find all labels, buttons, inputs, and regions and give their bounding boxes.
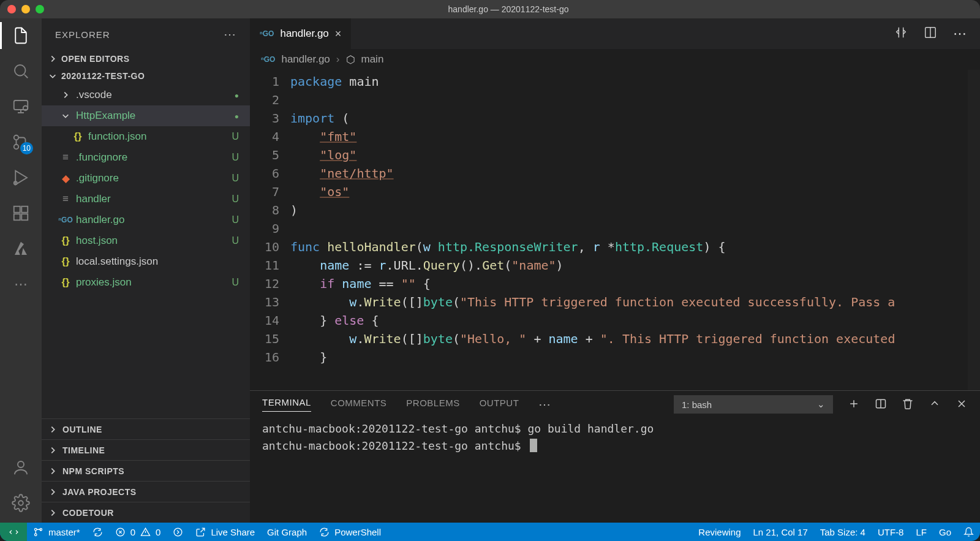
reviewing-status[interactable]: Reviewing	[692, 527, 747, 537]
svg-point-0	[15, 65, 26, 76]
svg-rect-10	[21, 214, 28, 220]
tab-size[interactable]: Tab Size: 4	[814, 527, 872, 537]
status-bar: master* 0 0 Live Share Git Graph PowerSh…	[0, 523, 980, 541]
trash-icon[interactable]	[902, 398, 914, 412]
tree-item[interactable]: .vscode	[42, 85, 250, 105]
code-editor[interactable]: 12345678910111213141516 package main imp…	[250, 70, 980, 390]
svg-point-12	[18, 501, 23, 505]
tree-item-label: local.settings.json	[76, 255, 239, 268]
editor-tabs: ⁿGO handler.go × ⋯	[250, 18, 980, 49]
chevron-down-icon: ⌄	[817, 399, 825, 410]
port-forward-icon[interactable]	[167, 523, 189, 541]
tree-item[interactable]: {} local.settings.json	[42, 251, 250, 272]
git-graph[interactable]: Git Graph	[261, 523, 313, 541]
powershell[interactable]: PowerShell	[313, 523, 387, 541]
tree-item[interactable]: ≡ .funcignoreU	[42, 147, 250, 168]
folder-section[interactable]: 20201122-TEST-GO	[42, 67, 250, 85]
window-close-button[interactable]	[7, 5, 16, 13]
panel-tab[interactable]: PROBLEMS	[406, 398, 459, 412]
scm-icon[interactable]: 10	[10, 131, 32, 153]
sidebar-section[interactable]: TIMELINE	[42, 439, 250, 460]
settings-gear-icon[interactable]	[10, 492, 32, 514]
remote-indicator[interactable]	[0, 523, 27, 541]
panel-up-icon[interactable]	[929, 398, 941, 412]
tree-item-label: .gitignore	[76, 172, 232, 184]
file-icon	[59, 90, 72, 100]
file-icon: {}	[59, 276, 72, 289]
new-terminal-icon[interactable]	[848, 398, 860, 412]
close-icon[interactable]: ×	[335, 28, 342, 40]
tree-item-label: proxies.json	[76, 276, 232, 289]
file-icon: ≡	[59, 193, 72, 205]
file-icon: {}	[71, 131, 85, 143]
panel-tab[interactable]: OUTPUT	[480, 398, 519, 412]
live-share[interactable]: Live Share	[189, 523, 261, 541]
eol[interactable]: LF	[910, 527, 933, 537]
window-max-button[interactable]	[36, 5, 44, 13]
more-icon[interactable]: ⋯	[10, 273, 32, 295]
split-terminal-icon[interactable]	[875, 398, 887, 412]
tab-handler-go[interactable]: ⁿGO handler.go ×	[250, 18, 352, 49]
panel-tab[interactable]: COMMENTS	[331, 398, 387, 412]
go-file-icon: ⁿGO	[261, 55, 275, 64]
tree-item[interactable]: {} host.jsonU	[42, 230, 250, 251]
minimap[interactable]	[968, 70, 980, 390]
open-editors-section[interactable]: OPEN EDITORS	[42, 50, 250, 67]
file-icon: ⁿGO	[59, 216, 72, 224]
file-icon: {}	[59, 235, 72, 247]
sync-icon[interactable]	[86, 523, 109, 541]
svg-point-11	[18, 461, 24, 467]
terminal-selector[interactable]: 1: bash ⌄	[674, 395, 833, 414]
extensions-icon[interactable]	[10, 202, 32, 224]
sidebar-section[interactable]: JAVA PROJECTS	[42, 481, 250, 502]
sidebar-section[interactable]: OUTLINE	[42, 418, 250, 439]
scm-badge: 10	[20, 142, 33, 154]
explorer-sidebar: EXPLORER ⋯ OPEN EDITORS 20201122-TEST-GO…	[42, 18, 250, 523]
compare-icon[interactable]	[894, 26, 908, 42]
chevron-right-icon	[48, 425, 58, 434]
svg-point-16	[34, 533, 37, 535]
git-branch[interactable]: master*	[27, 523, 86, 541]
cursor-position[interactable]: Ln 21, Col 17	[747, 527, 814, 537]
tree-item-label: .funcignore	[76, 151, 232, 164]
split-icon[interactable]	[924, 26, 937, 42]
sidebar-section[interactable]: NPM SCRIPTS	[42, 460, 250, 481]
tree-item-label: function.json	[88, 131, 232, 143]
feedback-icon[interactable]	[957, 527, 980, 537]
package-icon: ⬡	[346, 53, 355, 66]
chevron-right-icon	[48, 508, 58, 518]
language-mode[interactable]: Go	[933, 527, 957, 537]
azure-icon[interactable]	[10, 238, 32, 260]
panel-tab[interactable]: TERMINAL	[262, 397, 311, 412]
tree-item[interactable]: ⁿGO handler.goU	[42, 210, 250, 230]
svg-rect-1	[14, 100, 28, 110]
tree-item[interactable]: {} function.jsonU	[42, 126, 250, 147]
encoding[interactable]: UTF-8	[872, 527, 910, 537]
window-min-button[interactable]	[21, 5, 30, 13]
problems-indicator[interactable]: 0 0	[109, 523, 167, 541]
tree-item-label: handler.go	[76, 214, 232, 226]
tree-item[interactable]: ≡ handlerU	[42, 189, 250, 210]
account-icon[interactable]	[10, 456, 32, 479]
tree-item[interactable]: ◆ .gitignoreU	[42, 168, 250, 189]
tree-item-label: host.json	[76, 235, 232, 247]
search-icon[interactable]	[10, 60, 32, 82]
remote-explorer-icon[interactable]	[10, 96, 32, 118]
svg-point-15	[34, 528, 37, 531]
file-icon: ≡	[59, 151, 72, 164]
breadcrumbs[interactable]: ⁿGO handler.go › ⬡ main	[250, 49, 980, 70]
sidebar-section[interactable]: CODETOUR	[42, 502, 250, 523]
svg-point-19	[175, 528, 183, 536]
explorer-more-icon[interactable]: ⋯	[224, 27, 236, 42]
terminal[interactable]: antchu-macbook:20201122-test-go antchu$ …	[250, 418, 980, 523]
debug-icon[interactable]	[10, 167, 32, 189]
tree-item[interactable]: {} proxies.jsonU	[42, 272, 250, 293]
file-icon: ◆	[59, 172, 72, 185]
go-file-icon: ⁿGO	[260, 29, 274, 38]
editor-more-icon[interactable]: ⋯	[953, 26, 967, 42]
panel-close-icon[interactable]	[956, 398, 968, 412]
tree-item[interactable]: HttpExample	[42, 105, 250, 126]
activity-bar: 10 ⋯	[0, 18, 42, 523]
panel-more-icon[interactable]: ⋯	[538, 397, 551, 412]
explorer-icon[interactable]	[10, 25, 32, 47]
